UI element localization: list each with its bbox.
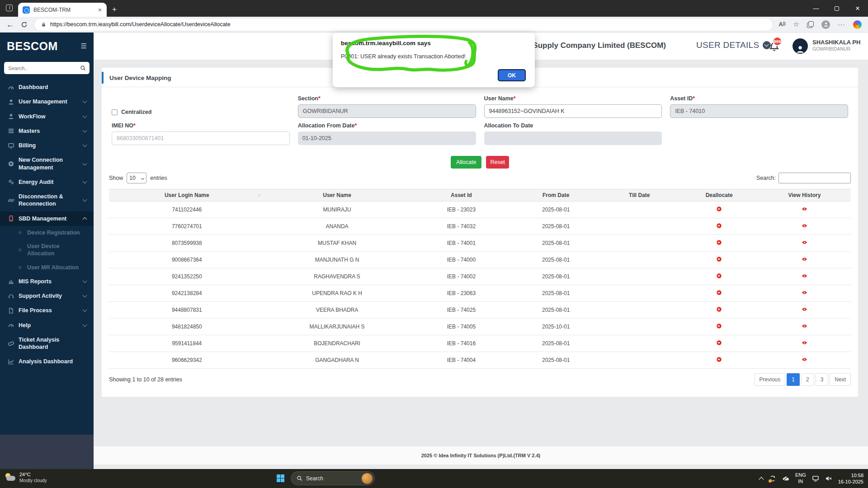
cell-asset-id: IEB - 74016 <box>410 335 514 352</box>
col-view-history[interactable]: View History <box>758 189 851 202</box>
deallocate-icon[interactable] <box>716 290 722 296</box>
reset-button[interactable]: Reset <box>486 156 509 169</box>
col-user-name[interactable]: User Name <box>265 189 410 202</box>
centralized-checkbox[interactable] <box>112 109 118 115</box>
tab-actions-icon[interactable] <box>6 5 13 11</box>
sidebar-item[interactable]: Support Activity <box>0 289 94 303</box>
sidebar-item[interactable]: Masters <box>0 124 94 138</box>
pagination-button[interactable]: Previous <box>755 373 786 386</box>
language-indicator[interactable]: ENG IN <box>795 472 806 485</box>
user-details-menu[interactable]: USER DETAILS <box>696 40 771 50</box>
sidebar-item[interactable]: User Device Allocation <box>0 239 94 261</box>
page-size-select[interactable]: 10 <box>127 173 146 183</box>
sidebar-item[interactable]: Dashboard <box>0 80 94 94</box>
browser-tab[interactable]: BESCOM-TRM × <box>18 3 107 17</box>
sidebar-search <box>4 62 90 74</box>
col-deallocate[interactable]: Deallocate <box>680 189 758 202</box>
hamburger-icon[interactable]: ☰ <box>81 42 87 50</box>
deallocate-icon[interactable] <box>716 256 722 262</box>
pagination-button[interactable]: 1 <box>787 373 800 386</box>
collections-icon[interactable] <box>807 21 814 28</box>
url-text[interactable]: https://bescom.trm.ieasybill.com/Userdev… <box>50 21 231 28</box>
sidebar-item[interactable]: MIS Reports <box>0 274 94 289</box>
start-button-icon[interactable] <box>277 474 284 482</box>
allocate-button[interactable]: Allocate <box>451 156 481 169</box>
view-history-icon[interactable] <box>802 223 807 229</box>
sidebar-item[interactable]: WorkFlow <box>0 109 94 124</box>
sidebar-item[interactable]: Device Registration <box>0 226 94 239</box>
sidebar-item[interactable]: User Management <box>0 94 94 109</box>
more-menu-icon[interactable]: ··· <box>838 21 845 28</box>
view-history-icon[interactable] <box>802 256 807 262</box>
sidebar-item[interactable]: Billing <box>0 138 94 153</box>
sync-icon[interactable] <box>769 475 776 482</box>
copilot-icon[interactable] <box>853 20 862 29</box>
sidebar-search-input[interactable] <box>4 62 90 74</box>
view-history-icon[interactable] <box>802 306 807 312</box>
view-history-icon[interactable] <box>802 273 807 279</box>
notifications-bell[interactable]: 899 <box>769 40 780 52</box>
deallocate-icon[interactable] <box>716 206 722 212</box>
back-icon[interactable]: ← <box>6 21 14 28</box>
allocation-to-date-input <box>484 131 662 145</box>
taskbar-weather[interactable]: 24°C Mostly cloudy <box>5 471 47 483</box>
favorites-star-icon[interactable]: ☆ <box>793 20 799 28</box>
sidebar-item[interactable]: Ticket Analysis Dashboard <box>0 333 94 355</box>
col-till-date[interactable]: Till Date <box>599 189 680 202</box>
view-history-icon[interactable] <box>802 290 807 296</box>
volume-muted-icon[interactable] <box>825 475 832 482</box>
view-history-icon[interactable] <box>802 206 807 212</box>
user-name-input[interactable]: 9448963152~GOVINDAIAH K <box>484 104 662 118</box>
minimize-button[interactable]: — <box>806 0 826 17</box>
view-history-icon[interactable] <box>802 357 807 362</box>
sidebar-item[interactable]: File Process <box>0 303 94 318</box>
search-icon[interactable] <box>80 65 86 71</box>
sort-icon[interactable]: ↑↓ <box>258 192 260 197</box>
sidebar-item[interactable]: New Connection Management <box>0 153 94 175</box>
deallocate-icon[interactable] <box>716 306 722 312</box>
deallocate-icon[interactable] <box>716 239 722 245</box>
close-window-button[interactable]: × <box>847 0 868 17</box>
cell-user-name: MALLIKARJUNAIAH S <box>265 319 410 335</box>
deallocate-icon[interactable] <box>716 273 722 279</box>
dialog-ok-button[interactable]: OK <box>498 69 526 81</box>
search-highlight-icon[interactable] <box>362 473 373 484</box>
tab-close-icon[interactable]: × <box>97 6 103 14</box>
pagination-button[interactable]: Next <box>830 373 851 386</box>
taskbar-search[interactable]: Search <box>291 471 375 485</box>
read-aloud-icon[interactable]: A)) <box>779 21 786 28</box>
sidebar-item[interactable]: Analysis Dashboard <box>0 354 94 369</box>
imei-input[interactable]: 868033050871401 <box>112 131 290 145</box>
new-tab-button[interactable]: + <box>112 5 117 14</box>
sidebar-item[interactable]: User MR Allocation <box>0 261 94 274</box>
view-history-icon[interactable] <box>802 239 807 245</box>
sidebar-item[interactable]: Energy Audit <box>0 175 94 189</box>
cell-from-date: 2025-08-01 <box>513 202 599 218</box>
tray-chevron-up-icon[interactable] <box>759 477 764 482</box>
sidebar-item[interactable]: Disconnection & Reconnection <box>0 189 94 211</box>
deallocate-icon[interactable] <box>716 223 722 229</box>
address-bar[interactable]: https://bescom.trm.ieasybill.com/Userdev… <box>34 19 773 31</box>
table-search-input[interactable] <box>778 173 851 183</box>
view-history-icon[interactable] <box>802 323 807 329</box>
user-avatar[interactable] <box>793 38 808 54</box>
pagination-button[interactable]: 3 <box>816 373 829 386</box>
col-from-date[interactable]: From Date <box>513 189 599 202</box>
col-user-login-name[interactable]: User Login Name↑↓ <box>109 189 265 202</box>
display-icon[interactable] <box>812 475 819 482</box>
browser-profile-icon[interactable] <box>821 20 830 29</box>
sidebar-item[interactable]: Help <box>0 318 94 333</box>
deallocate-icon[interactable] <box>716 340 722 346</box>
view-history-icon[interactable] <box>802 340 807 346</box>
pagination-button[interactable]: 2 <box>801 373 814 386</box>
maximize-button[interactable] <box>826 0 847 17</box>
taskbar-clock[interactable]: 10:58 16-10-2025 <box>838 472 863 485</box>
sidebar-item[interactable]: SBD Management <box>0 211 94 226</box>
col-asset-id[interactable]: Asset Id <box>410 189 514 202</box>
deallocate-icon[interactable] <box>716 323 722 329</box>
bullet-icon <box>19 266 21 269</box>
headset-icon <box>8 293 19 300</box>
deallocate-icon[interactable] <box>716 357 722 362</box>
refresh-icon[interactable] <box>20 21 28 28</box>
onedrive-icon[interactable] <box>782 475 789 482</box>
